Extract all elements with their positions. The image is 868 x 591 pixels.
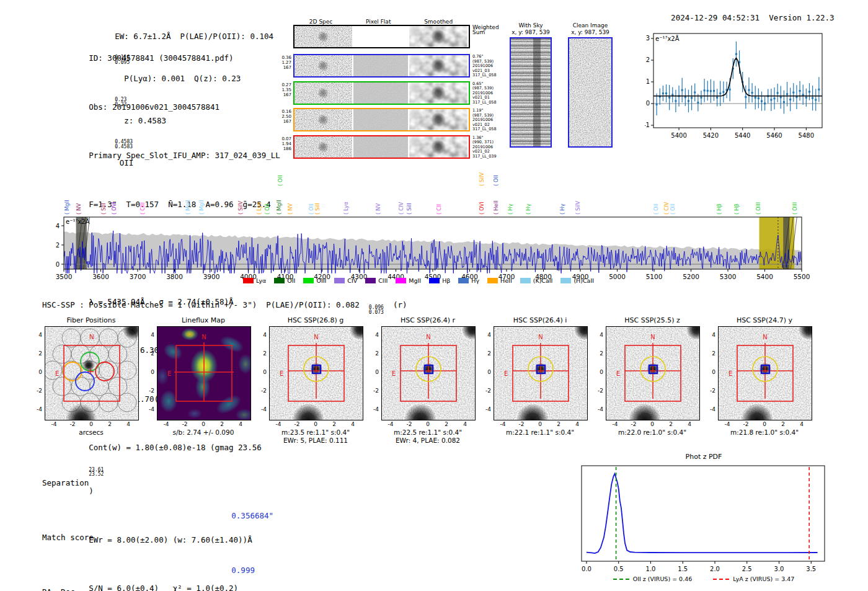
y-tick-label: 3 xyxy=(646,35,650,42)
data-point xyxy=(694,91,696,93)
data-point xyxy=(722,91,724,93)
data-point xyxy=(668,97,670,99)
elixer-report: EW: 6.7±1.2Å P(LAE)/P(OII): 0.104 0.1160… xyxy=(0,0,868,591)
pixel-flat-cell xyxy=(353,109,408,130)
x-tick-label: -4 xyxy=(272,421,285,427)
emission-line-label: ( CIV xyxy=(398,202,404,215)
line-fit-plot: 54005420544054605480-10123e⁻¹⁷x2Å xyxy=(645,27,831,145)
y-tick-label: 0 xyxy=(712,369,715,375)
legend-swatch xyxy=(429,278,440,283)
spec2d-column-headers: 2D SpecPixel FlatSmoothed xyxy=(293,19,469,25)
data-point xyxy=(818,89,820,91)
cutout-caption: arcsecs xyxy=(45,429,138,437)
spec2d-cell xyxy=(294,26,352,47)
data-point xyxy=(774,97,776,99)
match-label: RA, Dec xyxy=(42,587,175,591)
data-point xyxy=(681,89,683,91)
emission-line-label: ( Hγ xyxy=(507,204,513,215)
x-tick-label: 5420 xyxy=(703,132,719,139)
spec2d-noise-image xyxy=(294,55,352,76)
cutout-panel: HSC SSP(26.4) i 420-2-4 NE -4-2024 m:22.… xyxy=(480,316,590,445)
emission-line-label: ( CII xyxy=(436,204,442,215)
spec2d-strip xyxy=(293,54,470,78)
x-axis-ticks: -4-2024 xyxy=(718,420,811,429)
sky-panels: With Sky x, y: 987, 539 Clean Image x, y… xyxy=(510,22,613,148)
x-tick-label: -4 xyxy=(609,421,621,427)
legend-label: OII z (VIRUS) = 0.46 xyxy=(633,575,693,582)
spec2d-cell xyxy=(294,82,352,104)
smoothed-cell xyxy=(409,136,467,158)
y-tick-label: -2 xyxy=(149,388,154,394)
x-tick-label: 4 xyxy=(459,421,471,427)
pixel-flat-cell xyxy=(353,55,408,76)
x-axis-ticks: -4-2024 xyxy=(269,420,362,429)
cutout-panels: Fiber Positions 420-2-4 NE -4-2024 arcse… xyxy=(31,316,815,445)
y-tick-label: 4 xyxy=(487,332,491,338)
data-point xyxy=(662,92,664,94)
emission-line-label: ( SiIV xyxy=(575,201,581,215)
data-point xyxy=(780,96,782,98)
legend-item: LyA z (VIRUS) = 3.47 xyxy=(713,575,794,582)
data-point xyxy=(783,101,785,103)
y-tick-label: 2 xyxy=(487,350,491,357)
hsc-image: NE xyxy=(606,327,699,420)
x-tick-label: 5000 xyxy=(609,273,626,280)
cutout-image: NE xyxy=(269,326,363,420)
cutout-caption: s/b: 2.74 +/- 0.090 xyxy=(157,429,250,437)
x-tick-label: -2 xyxy=(66,421,79,427)
emission-line-label: ( CIII xyxy=(140,203,146,215)
emission-line-label: ( SiII xyxy=(100,203,107,215)
data-point xyxy=(665,92,667,94)
cutout-body: 420-2-4 NE xyxy=(704,326,815,420)
phot-z-title: Phot z PDF xyxy=(577,453,831,461)
x-tick-label: 0.0 xyxy=(582,566,591,572)
cutout-panel: Lineflux Map 420-2-4 NE -4-2024 s/b: 2.7… xyxy=(143,316,254,445)
x-tick-label: 2.0 xyxy=(710,566,720,572)
legend-swatch xyxy=(303,278,314,283)
smoothed-image xyxy=(409,109,467,130)
cutout-panel: HSC SSP(25.5) z 420-2-4 NE -4-2024 m:22.… xyxy=(592,316,702,445)
smoothed-image xyxy=(409,82,467,104)
hsc-image: NE xyxy=(382,327,475,420)
data-point xyxy=(675,100,676,102)
lower-bound: 23.52 xyxy=(89,472,104,477)
x-tick-label: 3.0 xyxy=(774,566,784,572)
match-value: 35.508089, 0.697498 xyxy=(175,587,320,591)
cutout-caption: m:22.0 re:1.0" s:0.4" xyxy=(606,429,699,437)
y-unit-label: e⁻¹⁷x2Å xyxy=(655,35,680,42)
y-tick-label: 2 xyxy=(600,350,603,357)
cutout-image: NE xyxy=(494,326,588,420)
data-point xyxy=(704,89,706,91)
y-tick-label: 0 xyxy=(375,369,379,375)
emission-line-label: ( Hγ xyxy=(525,204,531,215)
report-datetime: 2024-12-29 04:52:31 xyxy=(671,13,760,22)
cutout-image: NE xyxy=(157,326,251,420)
emission-line-label: ( OVI xyxy=(111,202,117,215)
x-tick-label: 2.5 xyxy=(742,566,752,572)
x-tick-label: 3800 xyxy=(166,273,183,280)
compass-north-label: N xyxy=(314,334,318,340)
full-spectrum-plot: 3500360037003800390040004100420043004400… xyxy=(48,162,820,287)
emission-line-label: ( MgII xyxy=(185,200,191,215)
legend-item: (H)CaII xyxy=(560,277,594,284)
match-value: 0.356684" xyxy=(175,478,273,532)
panel-title: Clean Image xyxy=(568,22,613,29)
map-image: NE xyxy=(157,327,250,420)
spec2d-strip xyxy=(293,135,470,159)
y-tick-label: -2 xyxy=(37,388,42,394)
x-tick-label: 0.5 xyxy=(614,566,624,572)
y-unit-label: e⁻¹⁷x2Å xyxy=(66,218,90,225)
emission-line-label: ( OII xyxy=(670,203,676,215)
legend-swatch xyxy=(243,278,254,283)
y-tick-label: 4 xyxy=(151,332,154,338)
data-point xyxy=(764,102,766,104)
legend-swatch xyxy=(365,278,376,283)
data-point xyxy=(710,90,712,92)
spec2d-cell xyxy=(294,109,352,130)
x-tick-label: 3500 xyxy=(56,273,73,280)
legend-swatch xyxy=(487,278,498,283)
x-tick-label: 5440 xyxy=(735,132,750,139)
legend-label: OII xyxy=(287,277,295,284)
emission-line-label: ( Lyα xyxy=(256,202,262,215)
y-tick-label: 2 xyxy=(38,350,42,357)
